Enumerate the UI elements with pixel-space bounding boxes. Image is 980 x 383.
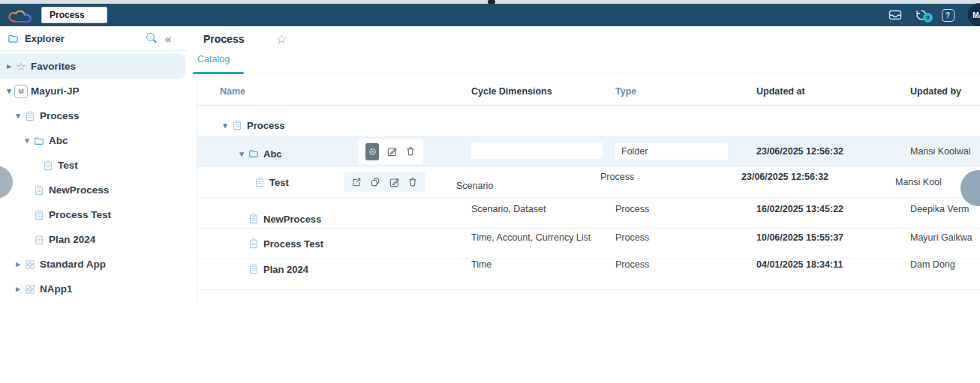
catalog-table: Name Cycle Dimensions Type Updated at Up… xyxy=(197,78,980,303)
clipboard-icon xyxy=(32,184,46,196)
folder-icon xyxy=(247,148,260,160)
caret-right-icon[interactable]: ▸ xyxy=(13,284,23,294)
clipboard-icon xyxy=(247,238,260,250)
caret-down-icon[interactable]: ▾ xyxy=(22,136,32,145)
sidebar-item-mayuri-jp[interactable]: ▾ M Mayuri-JP xyxy=(0,79,188,103)
navbar-process-tab-label: Process xyxy=(50,10,85,20)
inbox-tray-icon[interactable] xyxy=(888,7,903,22)
row-cycle-dimensions xyxy=(471,142,603,159)
sidebar-item-label: Favorites xyxy=(31,61,76,72)
table-row[interactable]: Process Test Time, Account, Currency Lis… xyxy=(197,229,980,259)
row-type: Process xyxy=(599,204,741,214)
collapse-sidebar-icon[interactable]: « xyxy=(165,33,171,44)
explorer-title: Explorer xyxy=(25,33,146,44)
edit-icon[interactable] xyxy=(388,176,400,188)
caret-right-icon[interactable]: ▸ xyxy=(4,61,14,71)
tab-bar: Catalog xyxy=(188,52,980,73)
star-icon: ☆ xyxy=(14,60,28,73)
trash-icon[interactable] xyxy=(404,145,416,157)
row-updated-at: 10/06/2025 15:55:37 xyxy=(741,232,895,243)
sidebar-item-plan-2024[interactable]: Plan 2024 xyxy=(0,227,188,252)
sidebar-item-standard-app[interactable]: ▸ Standard App xyxy=(0,252,188,277)
help-icon[interactable]: ? xyxy=(940,7,955,22)
table-row[interactable]: Test xyxy=(197,167,980,198)
sidebar-item-favorites[interactable]: ▸ ☆ Favorites xyxy=(0,54,186,79)
search-icon[interactable] xyxy=(146,32,158,44)
clipboard-icon xyxy=(32,209,46,221)
help-question-glyph: ? xyxy=(942,9,954,22)
sidebar-item-process[interactable]: ▾ Process xyxy=(0,103,188,128)
clipboard-icon xyxy=(253,176,266,188)
row-updated-at: 04/01/2025 18:34:11 xyxy=(741,259,895,270)
sidebar-item-label: Process Test xyxy=(49,209,111,220)
navbar-process-tab[interactable]: Process xyxy=(41,7,107,23)
row-updated-by: Mansi Koolwal xyxy=(895,146,980,157)
folder-icon xyxy=(6,32,20,44)
caret-down-icon[interactable]: ▾ xyxy=(13,111,23,121)
app-window: Process 0 ? MA xyxy=(0,0,980,383)
row-name: Process xyxy=(247,120,285,131)
row-updated-at: 16/02/2025 13:45:22 xyxy=(741,204,895,214)
favorite-star-icon[interactable]: ☆ xyxy=(275,33,287,46)
row-cycle-dimensions: Time xyxy=(452,259,599,270)
sidebar-item-process-test[interactable]: Process Test xyxy=(0,202,188,227)
row-type: Process xyxy=(599,259,741,270)
row-updated-at: 23/06/2025 12:56:32 xyxy=(726,172,880,182)
app-grid-icon xyxy=(23,283,37,295)
navbar-right-icons: 0 ? MA xyxy=(888,3,980,27)
sidebar-item-label: Plan 2024 xyxy=(49,234,95,245)
sidebar-item-napp1[interactable]: ▸ NApp1 xyxy=(0,277,188,301)
tab-catalog[interactable]: Catalog xyxy=(197,54,230,64)
table-header-row: Name Cycle Dimensions Type Updated at Up… xyxy=(197,78,980,106)
clipboard-icon xyxy=(32,234,46,246)
user-model-icon: M xyxy=(14,85,28,98)
column-header-type[interactable]: Type xyxy=(599,86,741,97)
sidebar-item-label: Mayuri-JP xyxy=(31,85,80,97)
sidebar-item-test[interactable]: Test xyxy=(0,153,188,178)
table-row[interactable]: ▾ Process xyxy=(197,106,980,136)
caret-down-icon[interactable]: ▾ xyxy=(236,149,247,159)
sidebar-item-newprocess[interactable]: NewProcess xyxy=(0,178,188,202)
row-type: Process xyxy=(584,172,726,182)
table-row[interactable]: ▾ Abc xyxy=(197,136,980,167)
caret-right-icon[interactable]: ▸ xyxy=(13,259,23,269)
app-logo-cloud-icon[interactable] xyxy=(8,5,35,25)
row-updated-by: Dam Dong xyxy=(895,259,980,270)
clipboard-icon xyxy=(247,213,260,225)
sidebar-item-label: Abc xyxy=(49,135,68,146)
sidebar-item-label: NApp1 xyxy=(40,283,73,295)
edit-icon[interactable] xyxy=(386,145,398,157)
trash-icon[interactable] xyxy=(407,176,419,188)
copy-icon[interactable] xyxy=(369,176,381,188)
sidebar-item-label: NewProcess xyxy=(49,184,109,196)
sidebar-item-abc[interactable]: ▾ Abc xyxy=(0,128,188,153)
row-cycle-dimensions: Scenario xyxy=(437,181,584,191)
table-row[interactable]: Plan 2024 Time Process 04/01/2025 18:34:… xyxy=(197,259,980,290)
top-navbar: Process 0 ? MA xyxy=(0,4,980,26)
explorer-header: Explorer « xyxy=(0,26,188,51)
active-tab-underline xyxy=(193,72,244,74)
notification-badge: 0 xyxy=(923,13,933,22)
column-header-cycle-dimensions[interactable]: Cycle Dimensions xyxy=(452,86,599,97)
clipboard-icon xyxy=(41,160,55,172)
row-name: Test xyxy=(269,177,289,188)
row-type: Folder xyxy=(615,143,728,160)
record-circle-dot-icon[interactable] xyxy=(365,143,379,160)
history-icon[interactable]: 0 xyxy=(914,7,929,22)
column-header-updated-by[interactable]: Updated by xyxy=(895,86,980,97)
sidebar-item-label: Process xyxy=(40,110,80,121)
clipboard-icon xyxy=(230,119,244,131)
table-row[interactable]: NewProcess Scenario, Dataset Process 16/… xyxy=(197,198,980,229)
sidebar-item-label: Standard App xyxy=(40,259,106,270)
user-avatar[interactable]: MA xyxy=(966,3,980,27)
open-external-icon[interactable] xyxy=(350,176,362,188)
row-name: Process Test xyxy=(263,238,323,250)
caret-down-icon[interactable]: ▾ xyxy=(4,86,14,96)
column-header-updated-at[interactable]: Updated at xyxy=(741,86,895,97)
column-header-name[interactable]: Name xyxy=(197,86,452,97)
main-content: Process ☆ Catalog Name Cycle Dimensions … xyxy=(188,26,980,383)
row-updated-at: 23/06/2025 12:56:32 xyxy=(741,146,895,157)
row-cycle-dimensions: Time, Account, Currency List xyxy=(452,232,599,243)
caret-down-icon[interactable]: ▾ xyxy=(220,121,230,130)
sidebar-item-label: Test xyxy=(58,160,78,171)
